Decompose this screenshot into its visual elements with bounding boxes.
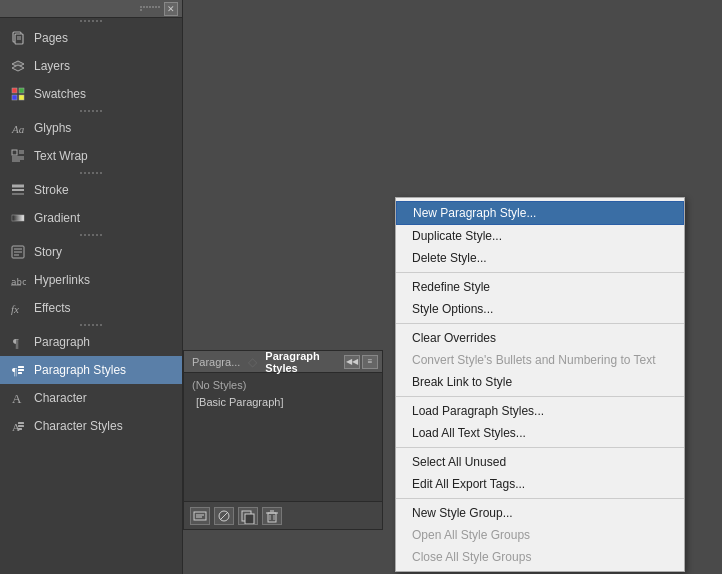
- svg-rect-36: [18, 425, 24, 427]
- ctx-load-all-text-styles[interactable]: Load All Text Styles...: [396, 422, 684, 444]
- sidebar-item-text-wrap[interactable]: Text Wrap: [0, 142, 182, 170]
- sidebar-item-character[interactable]: A Character: [0, 384, 182, 412]
- ctx-new-style-group[interactable]: New Style Group...: [396, 502, 684, 524]
- sidebar-item-paragraph[interactable]: ¶ Paragraph: [0, 328, 182, 356]
- ctx-redefine-style[interactable]: Redefine Style: [396, 276, 684, 298]
- style-group-header: (No Styles): [184, 377, 382, 393]
- character-icon: A: [8, 388, 28, 408]
- sidebar-item-paragraph-styles[interactable]: ¶ Paragraph Styles: [0, 356, 182, 384]
- svg-rect-37: [18, 428, 22, 430]
- story-icon: [8, 242, 28, 262]
- ctx-select-all-unused[interactable]: Select All Unused: [396, 451, 684, 473]
- sidebar-item-swatches[interactable]: Swatches: [0, 80, 182, 108]
- ctx-edit-export-tags[interactable]: Edit All Export Tags...: [396, 473, 684, 495]
- svg-rect-35: [18, 422, 24, 424]
- svg-text:A: A: [12, 391, 22, 406]
- svg-rect-32: [18, 372, 22, 374]
- svg-text:¶: ¶: [13, 335, 19, 350]
- stroke-icon: [8, 180, 28, 200]
- svg-rect-31: [18, 369, 24, 371]
- sidebar-item-story[interactable]: Story: [0, 238, 182, 266]
- sidebar-item-hyperlinks[interactable]: abc Hyperlinks: [0, 266, 182, 294]
- ctx-separator-1: [396, 272, 684, 273]
- stroke-label: Stroke: [34, 183, 69, 197]
- swatches-icon: [8, 84, 28, 104]
- ctx-separator-5: [396, 498, 684, 499]
- layers-icon: [8, 56, 28, 76]
- svg-rect-20: [12, 215, 24, 221]
- paragraph-icon: ¶: [8, 332, 28, 352]
- pages-icon: [8, 28, 28, 48]
- paragraph-tab[interactable]: Paragra...: [188, 355, 244, 369]
- menu-button[interactable]: ≡: [362, 355, 378, 369]
- svg-text:abc: abc: [11, 277, 26, 287]
- ctx-separator-3: [396, 396, 684, 397]
- sidebar-item-glyphs[interactable]: Aa Glyphs: [0, 114, 182, 142]
- layers-label: Layers: [34, 59, 70, 73]
- delete-style-btn[interactable]: [262, 507, 282, 525]
- gradient-icon: [8, 208, 28, 228]
- svg-rect-30: [18, 366, 24, 368]
- ctx-style-options[interactable]: Style Options...: [396, 298, 684, 320]
- svg-rect-45: [268, 513, 276, 522]
- svg-rect-11: [12, 150, 17, 155]
- gradient-label: Gradient: [34, 211, 80, 225]
- svg-text:fx: fx: [11, 303, 19, 315]
- panel-close-button[interactable]: ✕: [164, 2, 178, 16]
- character-styles-icon: A: [8, 416, 28, 436]
- create-new-style-btn[interactable]: [238, 507, 258, 525]
- glyphs-icon: Aa: [8, 118, 28, 138]
- effects-label: Effects: [34, 301, 70, 315]
- ctx-break-link[interactable]: Break Link to Style: [396, 371, 684, 393]
- ctx-new-paragraph-style[interactable]: New Paragraph Style...: [396, 201, 684, 225]
- swatches-label: Swatches: [34, 87, 86, 101]
- ctx-delete-style[interactable]: Delete Style...: [396, 247, 684, 269]
- ctx-clear-overrides[interactable]: Clear Overrides: [396, 327, 684, 349]
- ctx-close-all-style-groups: Close All Style Groups: [396, 546, 684, 568]
- ctx-separator-2: [396, 323, 684, 324]
- story-label: Story: [34, 245, 62, 259]
- svg-rect-8: [12, 95, 17, 100]
- inner-panel-toolbar: [184, 501, 382, 529]
- hyperlinks-icon: abc: [8, 270, 28, 290]
- panel-title-bar: ✕: [0, 0, 182, 18]
- sidebar-item-gradient[interactable]: Gradient: [0, 204, 182, 232]
- sidebar-item-pages[interactable]: Pages: [0, 24, 182, 52]
- character-label: Character: [34, 391, 87, 405]
- svg-rect-7: [19, 88, 24, 93]
- collapse-button[interactable]: ◀◀: [344, 355, 360, 369]
- ctx-open-all-style-groups: Open All Style Groups: [396, 524, 684, 546]
- new-style-from-selection-btn[interactable]: [190, 507, 210, 525]
- sidebar-item-character-styles[interactable]: A Character Styles: [0, 412, 182, 440]
- grip-dots: [140, 6, 160, 11]
- ctx-separator-4: [396, 447, 684, 448]
- glyphs-label: Glyphs: [34, 121, 71, 135]
- clear-overrides-btn[interactable]: [214, 507, 234, 525]
- ctx-convert-bullets: Convert Style's Bullets and Numbering to…: [396, 349, 684, 371]
- svg-text:¶: ¶: [12, 365, 17, 377]
- sidebar-item-effects[interactable]: fx Effects: [0, 294, 182, 322]
- character-styles-label: Character Styles: [34, 419, 123, 433]
- effects-icon: fx: [8, 298, 28, 318]
- svg-text:Aa: Aa: [11, 123, 25, 135]
- text-wrap-label: Text Wrap: [34, 149, 88, 163]
- context-menu: New Paragraph Style... Duplicate Style..…: [395, 197, 685, 572]
- svg-marker-5: [12, 65, 24, 71]
- inner-panel-title-bar: Paragra... ◇ Paragraph Styles ◀◀ ≡: [184, 351, 382, 373]
- sidebar-item-stroke[interactable]: Stroke: [0, 176, 182, 204]
- ctx-duplicate-style[interactable]: Duplicate Style...: [396, 225, 684, 247]
- paragraph-label: Paragraph: [34, 335, 90, 349]
- style-item[interactable]: [Basic Paragraph]: [184, 393, 382, 411]
- paragraph-styles-icon: ¶: [8, 360, 28, 380]
- inner-panel-content: (No Styles) [Basic Paragraph]: [184, 373, 382, 415]
- svg-rect-38: [194, 512, 206, 520]
- svg-rect-44: [245, 514, 254, 524]
- hyperlinks-label: Hyperlinks: [34, 273, 90, 287]
- ctx-load-paragraph-styles[interactable]: Load Paragraph Styles...: [396, 400, 684, 422]
- inner-panel-controls: ◀◀ ≡: [344, 355, 378, 369]
- sidebar-item-layers[interactable]: Layers: [0, 52, 182, 80]
- pages-label: Pages: [34, 31, 68, 45]
- paragraph-styles-label: Paragraph Styles: [34, 363, 126, 377]
- paragraph-styles-panel: Paragra... ◇ Paragraph Styles ◀◀ ≡ (No S…: [183, 350, 383, 530]
- paragraph-styles-tab[interactable]: Paragraph Styles: [261, 349, 344, 375]
